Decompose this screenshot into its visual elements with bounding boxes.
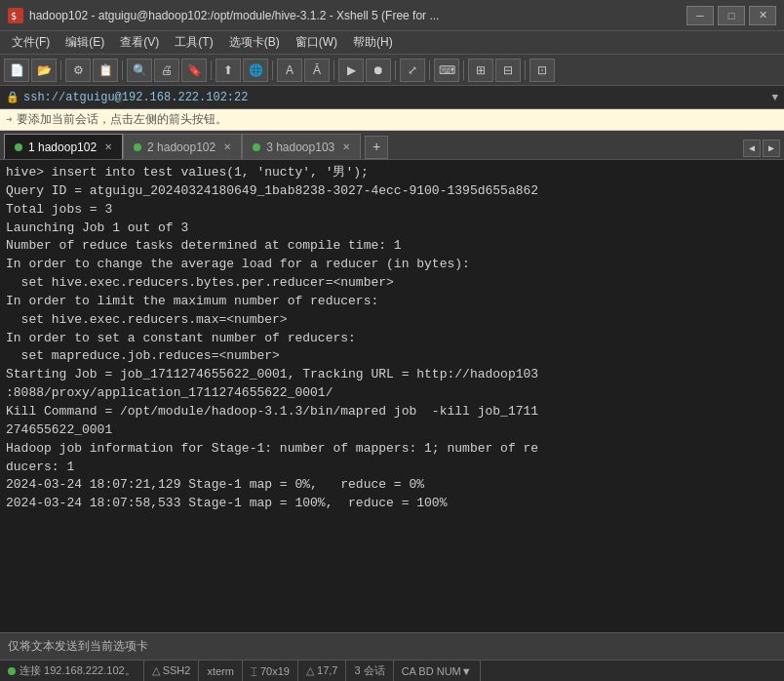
connection-dot (8, 667, 16, 675)
status-sessions: 3 会话 (346, 661, 393, 681)
tab-dot-1 (15, 143, 22, 151)
toolbar-plus[interactable]: ⊞ (468, 59, 493, 82)
toolbar-font[interactable]: A (277, 59, 302, 82)
arrow-icon: ➜ (6, 113, 13, 126)
terminal-line: Launching Job 1 out of 3 (6, 220, 778, 238)
status-pos-text: △ 17,7 (306, 664, 337, 677)
status-ssh: △ SSH2 (144, 661, 200, 681)
terminal-line: Number of reduce tasks determined at com… (6, 237, 778, 256)
app-icon: $ (8, 8, 23, 23)
toolbar-extra[interactable]: ⊡ (529, 59, 555, 82)
terminal-line: set hive.exec.reducers.bytes.per.reducer… (6, 274, 778, 293)
window-controls: ─ □ ✕ (686, 6, 776, 25)
bottom-bar: 仅将文本发送到当前选项卡 (0, 632, 784, 660)
menu-view[interactable]: 查看(V) (112, 32, 167, 53)
terminal-output[interactable]: hive> insert into test values(1, 'nucty'… (0, 160, 784, 632)
tab-label-1: 1 hadoop102 (28, 140, 97, 154)
toolbar-upload[interactable]: ⬆ (216, 59, 241, 82)
tab-label-3: 3 hadoop103 (266, 140, 334, 154)
tab-bar: 1 hadoop102 ✕ 2 hadoop102 ✕ 3 hadoop103 … (0, 131, 784, 160)
terminal-line: In order to set a constant number of red… (6, 330, 778, 348)
status-bar: 连接 192.168.222.102。 △ SSH2 xterm ⌶ 70x19… (0, 660, 784, 681)
maximize-button[interactable]: □ (718, 6, 745, 25)
terminal-line: set hive.exec.reducers.max=<number> (6, 311, 778, 330)
terminal-line: 2024-03-24 18:07:58,533 Stage-1 map = 10… (6, 495, 778, 513)
terminal-line: Hadoop job information for Stage-1: numb… (6, 440, 778, 459)
status-sessions-text: 3 会话 (354, 663, 384, 678)
toolbar-minus[interactable]: ⊟ (495, 59, 521, 82)
tab-close-2[interactable]: ✕ (223, 141, 231, 152)
menu-edit[interactable]: 编辑(E) (58, 32, 112, 53)
toolbar-sep-9 (525, 60, 526, 80)
toolbar-globe[interactable]: 🌐 (243, 59, 268, 82)
lock-icon: 🔒 (6, 91, 20, 103)
tab-1[interactable]: 1 hadoop102 ✕ (4, 134, 123, 159)
status-size-text: ⌶ 70x19 (251, 665, 290, 677)
terminal-line: Query ID = atguigu_20240324180649_1bab82… (6, 182, 778, 201)
toolbar-sep-8 (463, 60, 464, 80)
tab-add-button[interactable]: + (365, 136, 388, 159)
toolbar-open[interactable]: 📂 (31, 59, 57, 82)
close-button[interactable]: ✕ (749, 6, 776, 25)
info-text: 要添加当前会话，点击左侧的箭头按钮。 (17, 111, 227, 128)
svg-text:$: $ (11, 11, 17, 21)
toolbar-copy[interactable]: 📋 (93, 59, 118, 82)
menu-help[interactable]: 帮助(H) (345, 32, 401, 53)
terminal-line: hive> insert into test values(1, 'nucty'… (6, 164, 778, 182)
tab-3[interactable]: 3 hadoop103 ✕ (242, 134, 361, 159)
tab-prev-button[interactable]: ◀ (743, 140, 761, 157)
terminal-line: 274655622_0001 (6, 421, 778, 440)
toolbar: 📄 📂 ⚙ 📋 🔍 🖨 🔖 ⬆ 🌐 A Ā ▶ ⏺ ⤢ ⌨ ⊞ ⊟ ⊡ (0, 55, 784, 86)
address-text: ssh://atguigu@192.168.222.102:22 (23, 91, 248, 104)
toolbar-play[interactable]: ▶ (338, 59, 364, 82)
toolbar-bookmark[interactable]: 🔖 (181, 59, 207, 82)
tab-2[interactable]: 2 hadoop102 ✕ (123, 134, 242, 159)
toolbar-expand[interactable]: ⤢ (400, 59, 425, 82)
toolbar-sep-2 (122, 60, 123, 80)
toolbar-rec[interactable]: ⏺ (366, 59, 391, 82)
menu-tools[interactable]: 工具(T) (167, 32, 220, 53)
menu-window[interactable]: 窗口(W) (288, 32, 345, 53)
toolbar-new[interactable]: 📄 (4, 59, 29, 82)
toolbar-sep-4 (272, 60, 273, 80)
tab-close-3[interactable]: ✕ (342, 141, 350, 152)
terminal-line: set mapreduce.job.reduces=<number> (6, 347, 778, 366)
menu-bar: 文件(F) 编辑(E) 查看(V) 工具(T) 选项卡(B) 窗口(W) 帮助(… (0, 31, 784, 55)
info-bar: ➜ 要添加当前会话，点击左侧的箭头按钮。 (0, 109, 784, 131)
status-terminal-text: xterm (207, 665, 234, 677)
toolbar-sep-3 (211, 60, 212, 80)
minimize-button[interactable]: ─ (686, 6, 714, 25)
toolbar-sep-6 (395, 60, 396, 80)
terminal-line: In order to change the average load for … (6, 256, 778, 274)
tab-dot-3 (253, 143, 260, 151)
status-terminal: xterm (199, 661, 243, 681)
toolbar-sep-5 (333, 60, 334, 80)
tab-next-button[interactable]: ▶ (763, 140, 780, 157)
window-title: hadoop102 - atguigu@hadoop102:/opt/modul… (29, 9, 679, 22)
address-dropdown-icon[interactable]: ▼ (771, 92, 778, 103)
terminal-line: Starting Job = job_1711274655622_0001, T… (6, 366, 778, 384)
status-size: ⌶ 70x19 (243, 661, 298, 681)
terminal-line: In order to limit the maximum number of … (6, 293, 778, 311)
menu-tabs[interactable]: 选项卡(B) (221, 32, 288, 53)
title-bar: $ hadoop102 - atguigu@hadoop102:/opt/mod… (0, 0, 784, 31)
tab-close-1[interactable]: ✕ (104, 141, 112, 152)
terminal-line: ducers: 1 (6, 459, 778, 477)
status-connection-text: 连接 192.168.222.102。 (20, 663, 136, 678)
address-bar: 🔒 ssh://atguigu@192.168.222.102:22 ▼ (0, 86, 784, 109)
terminal-line: 2024-03-24 18:07:21,129 Stage-1 map = 0%… (6, 476, 778, 495)
status-keys: CA BD NUM▼ (394, 661, 481, 681)
menu-file[interactable]: 文件(F) (4, 32, 58, 53)
terminal-line: :8088/proxy/application_1711274655622_00… (6, 384, 778, 403)
toolbar-print[interactable]: 🖨 (154, 59, 179, 82)
tab-dot-2 (134, 143, 141, 151)
status-pos: △ 17,7 (298, 661, 346, 681)
toolbar-font2[interactable]: Ā (304, 59, 330, 82)
toolbar-search[interactable]: 🔍 (127, 59, 152, 82)
toolbar-keyboard[interactable]: ⌨ (434, 59, 459, 82)
terminal-line: Kill Command = /opt/module/hadoop-3.1.3/… (6, 403, 778, 421)
terminal-line: Total jobs = 3 (6, 201, 778, 220)
toolbar-settings[interactable]: ⚙ (65, 59, 91, 82)
tab-navigation: ◀ ▶ (743, 140, 780, 157)
tab-label-2: 2 hadoop102 (147, 140, 216, 154)
